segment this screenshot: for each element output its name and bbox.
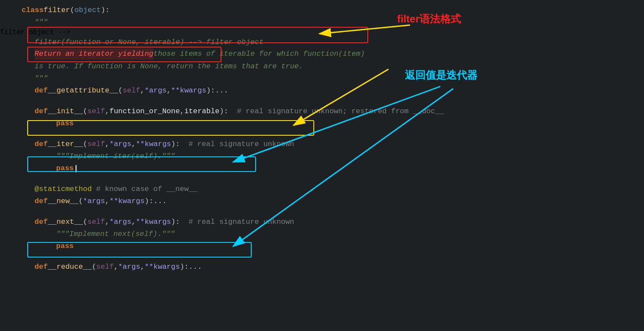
kwargs-5: **kwargs — [145, 261, 180, 273]
line-init: def __init__ ( self , function_or_None ,… — [0, 105, 644, 118]
p19: ): — [171, 216, 180, 228]
p11: , — [131, 138, 136, 150]
p20: ( — [92, 261, 96, 273]
self-3: self — [87, 138, 105, 150]
p8: ): — [220, 105, 228, 118]
line-docstring-close: """ — [0, 73, 644, 85]
kw-def-6: def — [35, 261, 48, 273]
kwargs-2: **kwargs — [136, 138, 171, 150]
iter-doc-content: Implement iter(self). — [69, 150, 162, 162]
line-class: class filter ( object ): — [0, 4, 644, 16]
param-function-or-none: function_or_None — [109, 105, 180, 118]
keyword-class: class — [22, 4, 44, 16]
next-doc-close: """ — [162, 228, 175, 240]
blank-4 — [0, 207, 644, 216]
args-1: *args — [145, 85, 167, 97]
pass-2: pass — [56, 162, 74, 175]
line-staticmethod: @staticmethod # known case of __new__ — [0, 183, 644, 195]
return-rest: those items of iterable for which functi… — [153, 48, 365, 60]
line-return-an: Return an iterator yielding those items … — [0, 48, 644, 60]
blank-1 — [0, 97, 644, 105]
annotation-iterator: 返回值是迭代器 — [405, 68, 477, 82]
paren: ( — [70, 4, 74, 16]
self-1: self — [123, 85, 140, 97]
line-getattribute: def __getattribute__ ( self , *args , **… — [0, 85, 644, 97]
kwargs-3: **kwargs — [109, 195, 145, 207]
p17: , — [105, 216, 109, 228]
p21: , — [114, 261, 118, 273]
p4: ):... — [206, 85, 228, 97]
comment-init: # real signature unknown; restored from … — [237, 105, 444, 118]
fn-getattribute: __getattribute__ — [48, 85, 118, 97]
kw-def-1: def — [35, 85, 48, 97]
blank-3 — [0, 175, 644, 183]
kwargs-1: **kwargs — [171, 85, 206, 97]
line-iter-doc: """ Implement iter(self). """ — [0, 150, 644, 162]
kwargs-4: **kwargs — [136, 216, 171, 228]
line-next: def __next__ ( self , *args , **kwargs )… — [0, 216, 644, 228]
kw-def-2: def — [35, 105, 48, 118]
blank-5 — [0, 252, 644, 261]
p2: , — [140, 85, 145, 97]
fn-next: __next__ — [48, 216, 83, 228]
self-2: self — [87, 105, 105, 118]
p10: , — [105, 138, 109, 150]
args-4: *args — [109, 216, 131, 228]
fn-iter: __iter__ — [48, 138, 83, 150]
comment-next: # real signature unknown — [189, 216, 294, 228]
p5: ( — [83, 105, 87, 118]
p6: , — [105, 105, 109, 118]
cursor: | — [74, 162, 79, 175]
line-pass-3: pass — [0, 240, 644, 252]
p16: ( — [83, 216, 87, 228]
code-editor: class filter ( object ): """ filter obje… — [0, 0, 644, 331]
kw-def-5: def — [35, 216, 48, 228]
kw-def-4: def — [35, 195, 48, 207]
line-docstring-open: """ — [0, 16, 644, 29]
args-3: *args — [83, 195, 105, 207]
iter-doc-text: """ — [56, 150, 69, 162]
line-iter: def __iter__ ( self , *args , **kwargs )… — [0, 138, 644, 150]
p14: , — [105, 195, 109, 207]
p12: ): — [171, 138, 180, 150]
is-true-text: is true. If function is None, return the… — [35, 60, 303, 73]
line-pass-1: pass — [0, 118, 644, 130]
args-2: *args — [109, 138, 131, 150]
docstring-open: """ — [35, 16, 48, 29]
pass-1: pass — [56, 118, 74, 130]
p1: ( — [118, 85, 123, 97]
return-an-highlight: Return an iterator yielding — [35, 48, 153, 60]
next-doc-open: """ — [56, 228, 69, 240]
annotation-filter-syntax: filter语法格式 — [397, 12, 461, 26]
p7: , — [180, 105, 184, 118]
line-pass-2: pass | — [0, 162, 644, 175]
p3: , — [167, 85, 171, 97]
p13: ( — [79, 195, 83, 207]
self-4: self — [87, 216, 105, 228]
param-iterable: iterable — [184, 105, 220, 118]
line-filter-syntax: filter(function or None, iterable) --> f… — [0, 36, 644, 48]
next-doc-content: Implement next(self). — [69, 228, 162, 240]
line-next-doc: """ Implement next(self). """ — [0, 228, 644, 240]
self-5: self — [96, 261, 114, 273]
iter-doc-close: """ — [162, 150, 175, 162]
fn-new: __new__ — [48, 195, 79, 207]
line-is-true: is true. If function is None, return the… — [0, 60, 644, 73]
paren-close: ): — [101, 4, 110, 16]
pass-3: pass — [56, 240, 74, 252]
p23: ):... — [180, 261, 202, 273]
p18: , — [131, 216, 136, 228]
filter-syntax-text: filter(function or None, iterable) --> f… — [35, 36, 264, 48]
base-class: object — [74, 4, 101, 16]
line-new: def __new__ ( *args , **kwargs ):... — [0, 195, 644, 207]
class-name: filter — [44, 4, 70, 16]
docstring-close: """ — [35, 73, 48, 85]
fn-reduce: __reduce__ — [48, 261, 92, 273]
args-5: *args — [118, 261, 140, 273]
comment-staticmethod: # known case of __new__ — [96, 183, 198, 195]
comment-iter: # real signature unknown — [189, 138, 294, 150]
fn-init: __init__ — [48, 105, 83, 118]
p22: , — [140, 261, 145, 273]
blank-2 — [0, 130, 644, 138]
line-reduce: def __reduce__ ( self , *args , **kwargs… — [0, 261, 644, 273]
